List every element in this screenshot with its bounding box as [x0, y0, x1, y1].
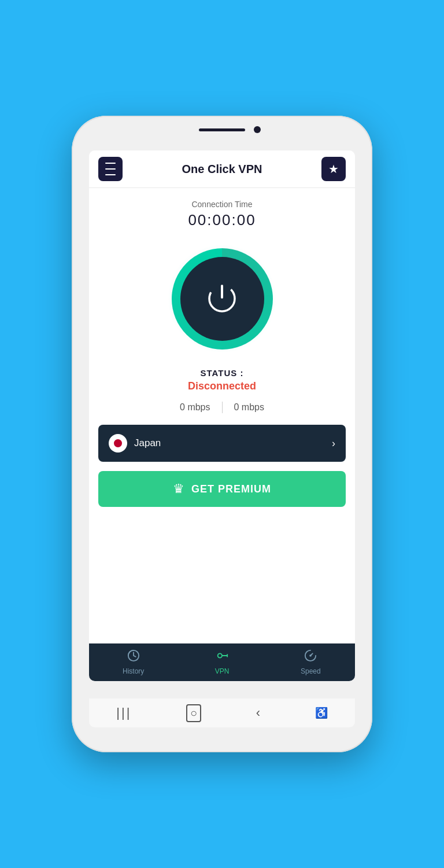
nav-speed-label: Speed	[301, 667, 321, 675]
phone-frame: One Click VPN ★ Connection Time 00:00:00	[72, 116, 372, 752]
vpn-icon	[216, 649, 228, 665]
svg-point-3	[218, 653, 222, 657]
svg-point-6	[310, 655, 311, 656]
connection-time-label: Connection Time	[191, 200, 252, 209]
app-screen: One Click VPN ★ Connection Time 00:00:00	[89, 150, 355, 681]
nav-speed[interactable]: Speed	[267, 649, 355, 675]
app-content: Connection Time 00:00:00	[89, 188, 355, 643]
japan-flag-dot	[114, 439, 122, 447]
android-nav-bar: ||| ○ ‹ ♿	[89, 698, 355, 727]
connection-time-value: 00:00:00	[188, 211, 256, 229]
premium-button[interactable]: ♛ GET PREMIUM	[98, 471, 346, 507]
nav-vpn[interactable]: VPN	[177, 649, 266, 675]
phone-camera	[254, 126, 261, 133]
power-button-container	[164, 241, 280, 356]
nav-history-label: History	[123, 667, 144, 675]
app-header: One Click VPN ★	[89, 150, 355, 188]
speed-icon	[304, 649, 317, 665]
recent-apps-btn[interactable]: |||	[116, 705, 131, 720]
nav-history[interactable]: History	[89, 649, 177, 675]
server-name: Japan	[134, 437, 161, 449]
power-icon	[205, 281, 239, 316]
history-icon	[127, 649, 140, 665]
accessibility-btn[interactable]: ♿	[315, 707, 328, 719]
status-label: STATUS :	[188, 368, 256, 378]
phone-notch	[199, 128, 245, 131]
speed-divider	[222, 402, 223, 413]
speed-row: 0 mbps 0 mbps	[180, 402, 264, 413]
download-speed: 0 mbps	[180, 402, 210, 413]
crown-icon: ♛	[173, 481, 184, 496]
server-arrow: ›	[332, 437, 335, 450]
premium-label: GET PREMIUM	[191, 483, 271, 495]
menu-button[interactable]	[98, 157, 123, 181]
server-selector[interactable]: Japan ›	[98, 425, 346, 462]
upload-speed: 0 mbps	[234, 402, 264, 413]
japan-flag	[109, 434, 127, 453]
nav-vpn-label: VPN	[215, 667, 230, 675]
status-section: STATUS : Disconnected	[188, 368, 256, 392]
phone-top-bar	[72, 116, 372, 150]
back-btn[interactable]: ‹	[256, 705, 260, 720]
status-value: Disconnected	[188, 380, 256, 392]
phone-bottom	[72, 732, 372, 752]
app-title: One Click VPN	[182, 163, 262, 176]
power-outer-ring	[172, 248, 273, 350]
home-btn[interactable]: ○	[186, 704, 201, 722]
bottom-nav: History VPN	[89, 643, 355, 681]
server-left: Japan	[109, 434, 161, 453]
favorites-button[interactable]: ★	[321, 157, 346, 181]
power-button[interactable]	[180, 257, 264, 341]
star-icon: ★	[328, 162, 339, 176]
